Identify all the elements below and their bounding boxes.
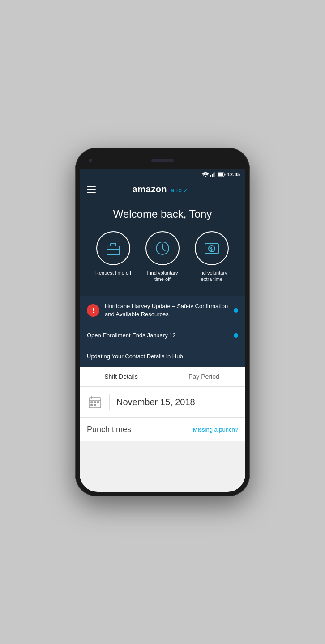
request-time-off-button[interactable]: Request time off (93, 231, 133, 283)
svg-rect-6 (218, 173, 223, 176)
notification-dot-2 (234, 333, 238, 338)
calendar-icon (87, 394, 103, 410)
notification-hurricane-harvey[interactable]: ! Hurricane Harvey Update – Safety Confi… (80, 296, 245, 325)
phone-screen-container: 12:35 amazon a to z (80, 152, 245, 492)
date-row: November 15, 2018 (80, 387, 245, 418)
notification-contact-text: Updating Your Contact Details in Hub (87, 352, 238, 360)
notification-contact-details[interactable]: Updating Your Contact Details in Hub (80, 346, 245, 367)
find-vto-circle (145, 231, 180, 265)
svg-rect-18 (91, 402, 93, 403)
notification-hurricane-text: Hurricane Harvey Update – Safety Confirm… (105, 302, 228, 318)
svg-rect-5 (224, 174, 225, 175)
svg-rect-7 (107, 246, 120, 255)
status-time: 12:35 (227, 172, 240, 177)
find-vet-label: Find voluntary extra time (192, 270, 232, 283)
find-vet-circle: $ (195, 231, 229, 265)
phone-device: 12:35 amazon a to z (75, 148, 250, 496)
find-vto-button[interactable]: Find voluntary time off (142, 231, 183, 283)
notification-open-enrollment[interactable]: Open Enrollment Ends January 12 (80, 325, 245, 346)
logo-amazon: amazon (133, 184, 167, 194)
app-logo: amazon a to z (101, 184, 218, 195)
battery-icon (218, 172, 226, 177)
logo-atoz: a to z (171, 186, 187, 194)
phone-top-bar (80, 152, 245, 169)
hero-section: Welcome back, Tony Request (80, 199, 245, 296)
svg-rect-19 (94, 402, 96, 403)
tabs-container: Shift Details Pay Period (80, 367, 245, 387)
punch-times-section: Punch times Missing a punch? (80, 418, 245, 441)
svg-rect-0 (210, 175, 211, 177)
notification-enrollment-text: Open Enrollment Ends January 12 (87, 331, 228, 339)
app-header: amazon a to z (80, 180, 245, 199)
shift-date: November 15, 2018 (116, 397, 195, 407)
welcome-message: Welcome back, Tony (87, 208, 238, 220)
alert-icon: ! (87, 304, 99, 317)
speaker-grille (151, 159, 174, 162)
find-vto-label: Find voluntary time off (142, 270, 183, 283)
find-vet-button[interactable]: $ Find voluntary extra time (192, 231, 232, 283)
status-icons: 12:35 (202, 172, 240, 177)
action-buttons-container: Request time off Find voluntary time off (87, 231, 238, 283)
svg-text:$: $ (210, 247, 213, 252)
tab-shift-details[interactable]: Shift Details (80, 367, 162, 386)
svg-rect-20 (97, 402, 99, 403)
request-time-off-label: Request time off (95, 270, 131, 276)
svg-rect-1 (212, 174, 213, 177)
missing-punch-link[interactable]: Missing a punch? (193, 426, 238, 433)
svg-rect-22 (94, 404, 96, 406)
tab-pay-period[interactable]: Pay Period (162, 367, 245, 386)
app-screen: 12:35 amazon a to z (80, 169, 245, 492)
bottom-section: Shift Details Pay Period (80, 367, 245, 441)
request-time-off-circle (96, 231, 130, 265)
punch-times-label: Punch times (87, 425, 131, 434)
svg-rect-3 (214, 172, 215, 177)
clock-icon (154, 240, 171, 256)
hamburger-menu[interactable] (87, 186, 96, 193)
wifi-icon (202, 172, 209, 177)
signal-icon (210, 172, 216, 177)
status-bar: 12:35 (80, 169, 245, 180)
camera-indicator (89, 159, 92, 162)
svg-rect-2 (213, 173, 214, 177)
svg-rect-21 (91, 404, 93, 406)
dollar-envelope-icon: $ (204, 241, 220, 255)
notifications-section: ! Hurricane Harvey Update – Safety Confi… (80, 296, 245, 367)
date-divider (109, 394, 110, 410)
suitcase-icon (105, 241, 121, 256)
notification-dot (234, 308, 238, 313)
